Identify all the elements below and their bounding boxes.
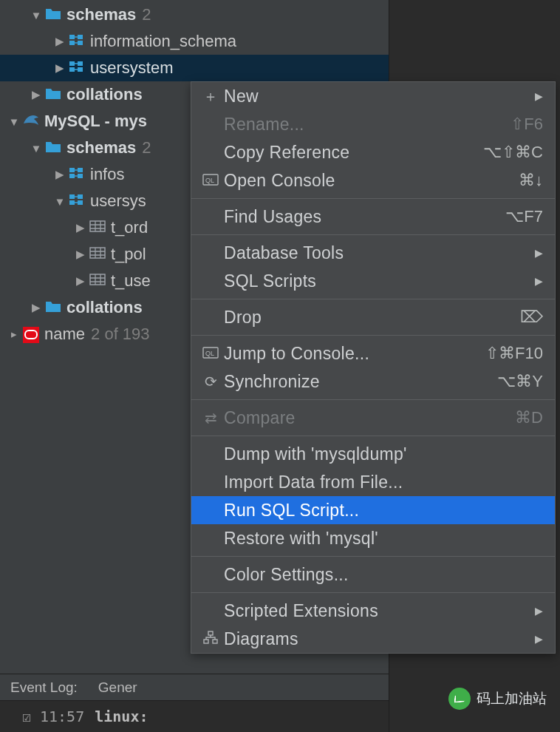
menu-separator bbox=[191, 234, 555, 235]
menu-copy-reference[interactable]: Copy Reference ⌥⇧⌘C bbox=[191, 138, 555, 166]
svg-rect-7 bbox=[78, 67, 83, 72]
svg-rect-4 bbox=[69, 61, 75, 66]
console-icon: QL bbox=[197, 345, 224, 362]
svg-rect-9 bbox=[69, 174, 75, 178]
svg-rect-23 bbox=[208, 631, 213, 635]
svg-rect-25 bbox=[213, 640, 217, 643]
svg-rect-0 bbox=[69, 35, 75, 39]
menu-open-console[interactable]: QL Open Console ⌘↓ bbox=[191, 166, 555, 194]
menu-rename: Rename... ⇧F6 bbox=[191, 110, 555, 138]
log-text: linux: bbox=[95, 708, 148, 725]
console-icon: QL bbox=[197, 172, 224, 189]
menu-sql-scripts[interactable]: SQL Scripts ▶ bbox=[191, 267, 555, 295]
plus-icon: ＋ bbox=[197, 87, 224, 106]
chevron-down-icon: ▼ bbox=[53, 195, 66, 208]
svg-rect-12 bbox=[69, 194, 75, 199]
svg-rect-11 bbox=[78, 174, 83, 178]
bottom-toolbar: Event Log: Gener ☑ 11:57 linux: bbox=[0, 674, 389, 732]
folder-icon bbox=[43, 85, 64, 104]
folder-icon bbox=[43, 5, 64, 24]
menu-database-tools[interactable]: Database Tools ▶ bbox=[191, 239, 555, 267]
menu-color-settings[interactable]: Color Settings... bbox=[191, 560, 555, 589]
chevron-right-icon: ▶ bbox=[74, 221, 87, 234]
schema-icon bbox=[66, 192, 87, 211]
menu-new[interactable]: ＋ New ▶ bbox=[191, 82, 555, 110]
menu-separator bbox=[191, 592, 555, 593]
menu-drop[interactable]: Drop ⌦ bbox=[191, 303, 555, 331]
folder-icon bbox=[43, 138, 64, 157]
menu-import-data[interactable]: Import Data from File... bbox=[191, 468, 555, 496]
svg-rect-15 bbox=[78, 200, 83, 205]
tab-event-log[interactable]: Event Log: bbox=[0, 680, 88, 696]
bottom-tabs: Event Log: Gener bbox=[0, 674, 389, 701]
chevron-right-icon: ▸ bbox=[7, 328, 21, 341]
menu-compare: ⇄ Compare ⌘D bbox=[191, 404, 555, 432]
watermark: 码上加油站 bbox=[448, 688, 547, 710]
folder-icon bbox=[43, 298, 64, 317]
svg-rect-5 bbox=[69, 67, 75, 72]
chevron-right-icon: ▶ bbox=[53, 35, 66, 48]
menu-find-usages[interactable]: Find Usages ⌥F7 bbox=[191, 203, 555, 231]
chevron-right-icon: ▶ bbox=[535, 275, 543, 287]
log-time: 11:57 bbox=[40, 708, 84, 725]
oracle-icon bbox=[21, 325, 41, 344]
table-icon bbox=[87, 218, 108, 237]
chevron-right-icon: ▶ bbox=[30, 88, 43, 101]
chevron-down-icon: ▼ bbox=[30, 9, 43, 21]
diagrams-icon bbox=[197, 631, 224, 648]
svg-rect-17 bbox=[90, 248, 105, 258]
chevron-down-icon: ▼ bbox=[7, 115, 21, 128]
wechat-icon bbox=[448, 688, 471, 710]
chevron-down-icon: ▼ bbox=[30, 142, 43, 155]
menu-separator bbox=[191, 436, 555, 436]
svg-text:QL: QL bbox=[205, 177, 214, 184]
mysql-icon bbox=[21, 112, 41, 131]
svg-rect-16 bbox=[90, 221, 105, 231]
task-checkbox-icon[interactable]: ☑ bbox=[13, 708, 40, 725]
svg-rect-8 bbox=[69, 168, 75, 172]
delete-key-icon: ⌦ bbox=[520, 308, 543, 327]
svg-rect-3 bbox=[78, 41, 83, 45]
chevron-right-icon: ▶ bbox=[535, 633, 543, 645]
menu-run-sql-script[interactable]: Run SQL Script... bbox=[191, 496, 555, 524]
menu-jump-to-console[interactable]: QL Jump to Console... ⇧⌘F10 bbox=[191, 339, 555, 367]
menu-synchronize[interactable]: ⟳ Synchronize ⌥⌘Y bbox=[191, 367, 555, 396]
menu-dump[interactable]: Dump with 'mysqldump' bbox=[191, 440, 555, 468]
svg-rect-6 bbox=[78, 61, 83, 66]
watermark-text: 码上加油站 bbox=[477, 689, 547, 708]
menu-separator bbox=[191, 198, 555, 199]
table-icon bbox=[87, 271, 108, 291]
compare-icon: ⇄ bbox=[197, 409, 224, 427]
menu-restore[interactable]: Restore with 'mysql' bbox=[191, 524, 555, 552]
table-icon bbox=[87, 245, 108, 264]
svg-rect-10 bbox=[78, 168, 83, 172]
svg-rect-14 bbox=[78, 194, 83, 199]
svg-rect-13 bbox=[69, 200, 75, 205]
schema-icon bbox=[66, 58, 87, 78]
svg-rect-1 bbox=[69, 41, 75, 45]
svg-rect-18 bbox=[90, 274, 105, 285]
chevron-right-icon: ▶ bbox=[53, 168, 66, 181]
schema-icon bbox=[66, 32, 87, 51]
svg-rect-24 bbox=[204, 640, 208, 643]
chevron-right-icon: ▶ bbox=[53, 61, 66, 75]
chevron-right-icon: ▶ bbox=[74, 248, 87, 261]
log-row: ☑ 11:57 linux: bbox=[0, 701, 389, 732]
menu-diagrams[interactable]: Diagrams ▶ bbox=[191, 625, 555, 653]
chevron-right-icon: ▶ bbox=[30, 301, 43, 314]
tab-gener[interactable]: Gener bbox=[88, 680, 148, 696]
tree-item-information-schema[interactable]: ▶ information_schema bbox=[0, 28, 389, 55]
sync-icon: ⟳ bbox=[197, 373, 224, 390]
context-menu: ＋ New ▶ Rename... ⇧F6 Copy Reference ⌥⇧⌘… bbox=[191, 81, 556, 654]
svg-text:QL: QL bbox=[205, 350, 214, 357]
chevron-right-icon: ▶ bbox=[535, 90, 543, 102]
chevron-right-icon: ▶ bbox=[74, 274, 87, 288]
svg-rect-2 bbox=[78, 35, 83, 39]
menu-separator bbox=[191, 335, 555, 336]
menu-scripted-extensions[interactable]: Scripted Extensions ▶ bbox=[191, 597, 555, 625]
menu-separator bbox=[191, 556, 555, 557]
tree-item-usersystem[interactable]: ▶ usersystem bbox=[0, 55, 389, 81]
menu-separator bbox=[191, 299, 555, 299]
tree-item-schemas[interactable]: ▼ schemas 2 bbox=[0, 1, 389, 28]
menu-separator bbox=[191, 399, 555, 400]
